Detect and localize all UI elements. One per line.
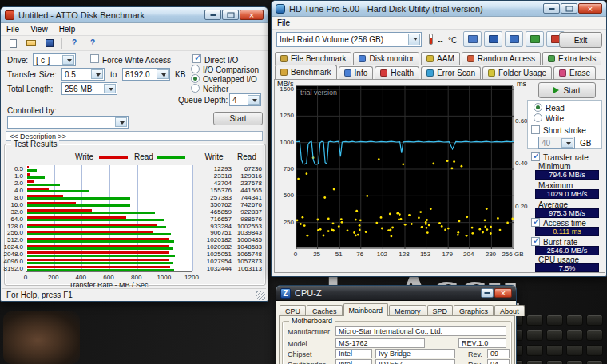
access-time-dot (391, 227, 394, 229)
tab-info[interactable]: Info (339, 66, 374, 79)
neither-radio[interactable] (191, 84, 200, 93)
menu-item-help[interactable]: Help (54, 23, 81, 35)
controlled-by-select[interactable] (7, 116, 129, 129)
read-value: 1060485 (237, 236, 262, 243)
help-icon[interactable]: ? (66, 37, 82, 49)
tab-file-benchmark[interactable]: File Benchmark (275, 52, 351, 65)
short-stroke-size-select[interactable]: 40 (538, 136, 575, 149)
access-time-dot (441, 225, 443, 228)
add-favorite-icon[interactable] (526, 31, 544, 47)
context-help-icon[interactable]: ? (85, 37, 101, 49)
aam-icon (426, 55, 434, 62)
new-file-icon[interactable] (5, 37, 21, 49)
access-time-dot (302, 216, 304, 219)
tab-extra-tests[interactable]: Extra tests (542, 52, 601, 65)
cpuz-titlebar[interactable]: Z CPU-Z (276, 286, 516, 301)
minimize-button[interactable] (204, 10, 221, 20)
force-write-checkbox[interactable] (90, 54, 99, 63)
read-value: 1002553 (237, 223, 262, 230)
read-radio[interactable] (534, 103, 542, 112)
atto-start-button[interactable]: Start (213, 112, 263, 125)
overlapped-io-radio[interactable] (191, 74, 200, 83)
direct-io-checkbox[interactable] (192, 54, 201, 63)
tab-cpu[interactable]: CPU (280, 305, 306, 316)
tab-caches[interactable]: Caches (307, 305, 343, 316)
tab-erase[interactable]: Erase (553, 66, 596, 79)
access-time-dot (375, 222, 378, 224)
access-time-dot (466, 235, 468, 237)
hdtune-toolbar (463, 31, 565, 47)
menu-item-file[interactable]: File (272, 17, 296, 29)
open-folder-icon[interactable] (23, 37, 39, 49)
atto-write-col: 1229323318437041553762573833507624658597… (196, 165, 232, 277)
short-stroke-checkbox[interactable] (531, 125, 540, 134)
transfer-size-from-select[interactable]: 0.5 (61, 68, 105, 81)
tab-disk-monitor[interactable]: Disk monitor (353, 52, 419, 65)
tab-folder-usage[interactable]: Folder Usage (482, 66, 552, 79)
keyboard-key (526, 315, 543, 326)
burst-rate-checkbox[interactable] (531, 237, 540, 246)
southbridge-vendor-value: Intel (335, 359, 372, 364)
cpuz-app-icon: Z (280, 288, 291, 299)
tab-aam[interactable]: AAM (421, 52, 460, 65)
size-label: 128.0 (7, 223, 23, 230)
tab-about[interactable]: About (494, 305, 525, 316)
read-value: 1065748 (237, 251, 262, 258)
hdtune-start-button[interactable]: Start (538, 82, 596, 98)
read-bar (27, 269, 174, 271)
model-revision-value: REV:1.0 (458, 338, 506, 348)
queue-depth-select[interactable]: 4 (229, 93, 261, 106)
tab-benchmark[interactable]: Benchmark (275, 65, 337, 79)
copy-screenshot-icon[interactable] (463, 31, 482, 47)
exit-button[interactable]: Exit (559, 32, 602, 48)
transfer-size-to-select[interactable]: 8192.0 (122, 68, 170, 81)
save-icon[interactable] (42, 37, 58, 49)
atto-window: Untitled - ATTO Disk Benchmark FileViewH… (0, 6, 268, 302)
grid-line (192, 165, 193, 271)
menu-item-file[interactable]: File (1, 23, 25, 35)
close-button[interactable] (240, 10, 264, 20)
io-comparison-radio[interactable] (191, 65, 200, 73)
tab-random-access[interactable]: Random Access (462, 52, 541, 65)
write-radio[interactable] (534, 113, 542, 122)
close-button[interactable] (494, 288, 512, 298)
close-button[interactable] (578, 3, 602, 14)
tab-graphics[interactable]: Graphics (454, 305, 494, 316)
hdtune-titlebar[interactable]: HD Tune Pro 5.00 - Hard Disk Utility (tr… (272, 1, 606, 17)
transfer-rate-checkbox[interactable] (531, 152, 540, 161)
tab-mainboard[interactable]: Mainboard (343, 303, 389, 316)
tab-health[interactable]: Health (375, 66, 419, 79)
chipset-rev-label: Rev. (468, 350, 482, 358)
access-time-dot (359, 219, 362, 221)
access-time-dot (366, 195, 368, 197)
tab-memory[interactable]: Memory (389, 305, 426, 316)
save-results-icon[interactable] (505, 31, 523, 47)
error-scan-icon (426, 69, 434, 77)
size-label: 2.0 (14, 180, 23, 187)
minimize-button[interactable] (481, 288, 494, 298)
access-time-dot (438, 222, 441, 224)
menu-item-view[interactable]: View (25, 23, 54, 35)
x-tick-label: 1200 (182, 274, 201, 281)
write-value: 43704 (214, 180, 232, 187)
southbridge-label: Southbridge (288, 361, 327, 364)
size-label: 8.0 (14, 194, 23, 201)
short-stroke-unit-label: GB (580, 139, 591, 148)
resize-grip[interactable] (256, 291, 265, 300)
read-value: 1048583 (237, 243, 262, 251)
access-time-dot (357, 234, 359, 236)
atto-titlebar[interactable]: Untitled - ATTO Disk Benchmark (1, 7, 268, 23)
maximize-button[interactable] (222, 10, 239, 20)
tab-error-scan[interactable]: Error Scan (421, 66, 481, 79)
access-time-checkbox[interactable] (531, 218, 540, 227)
hdtune-drive-select[interactable]: Intel Raid 0 Volume (256 GB) (276, 32, 422, 47)
minimize-button[interactable] (543, 3, 560, 14)
save-image-icon[interactable] (484, 31, 502, 47)
access-time-dot (359, 229, 361, 231)
manufacturer-value: Micro-Star International Co., Ltd. (335, 326, 506, 336)
atto-window-controls (204, 10, 264, 20)
maximize-button[interactable] (561, 3, 577, 14)
tab-spd[interactable]: SPD (427, 305, 454, 316)
drive-select[interactable]: [-c-] (33, 53, 76, 66)
total-length-select[interactable]: 256 MB (61, 82, 117, 95)
